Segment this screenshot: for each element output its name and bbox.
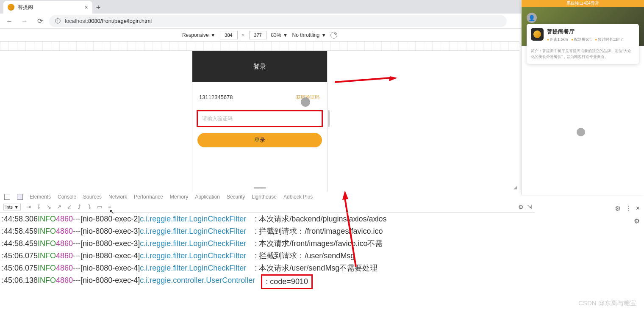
touch-indicator-icon [577, 128, 585, 136]
log-row: :45:06.138 INFO 4860 --- [nio-8080-exec-… [2, 274, 532, 289]
tab-performance[interactable]: Performance [134, 194, 163, 200]
back-button[interactable]: ← [3, 15, 15, 27]
url-path: :8080/front/page/login.html [86, 18, 152, 24]
log-row: :44:58.459 INFO 4860 --- [nio-8080-exec-… [2, 238, 532, 250]
tab-lighthouse[interactable]: Lighthouse [252, 194, 277, 200]
gear-icon[interactable]: ⚙ [518, 204, 524, 210]
tab-application[interactable]: Application [195, 194, 220, 200]
toolbar-icon[interactable]: ⇥ [25, 204, 32, 210]
code-field[interactable] [202, 116, 317, 122]
device-mode-select[interactable]: Responsive▼ [182, 32, 216, 38]
tab-favicon [8, 4, 14, 11]
restaurant-card[interactable]: 菩提阁餐厅 距离1.5km 配送费6元 预计时长12min 简介：菩提阁中餐厅是… [527, 24, 639, 64]
browser-tab[interactable]: 菩提阁 × [3, 1, 92, 14]
reload-button[interactable]: ⟳ [34, 15, 46, 27]
tab-memory[interactable]: Memory [170, 194, 188, 200]
resize-handle-east[interactable] [328, 110, 330, 127]
restaurant-desc: 简介：菩提阁中餐厅是菩提阁点餐的独立的品牌，定位“大众化的美食外送餐饮”，旨为顾… [531, 46, 635, 60]
dock-icon[interactable]: ⇲ [527, 204, 532, 210]
console-output: :44:58.306 INFO 4860 --- [nio-8080-exec-… [0, 213, 534, 289]
forward-button[interactable]: → [19, 15, 31, 27]
tab-adblock[interactable]: Adblock Plus [283, 194, 313, 200]
devtools-tabs: Elements Console Sources Network Perform… [0, 192, 519, 201]
cursor-icon: ↖ [109, 208, 114, 215]
toolbar-icon[interactable]: ↧ [35, 204, 42, 210]
close-icon[interactable]: × [85, 4, 88, 11]
throttling-select[interactable]: No throttling▼ [292, 32, 326, 38]
tab-security[interactable]: Security [227, 194, 245, 200]
console-toolbar-icons: ⇥ ↧ ↘ ↗ ↙ ⤴ ⤵ ▭ ≡ [25, 204, 113, 210]
toolbar-icon[interactable]: ↗ [56, 204, 62, 210]
device-frame: 登录 13112345678 获取验证码 登录 [192, 51, 327, 192]
login-button[interactable]: 登录 [197, 133, 322, 147]
rotate-icon[interactable] [330, 32, 337, 39]
toolbar-icon[interactable]: ▭ [96, 204, 103, 210]
error-banner: 系统接口404异常 [522, 0, 644, 7]
new-tab-button[interactable]: + [92, 2, 104, 14]
tab-sources[interactable]: Sources [83, 194, 102, 200]
address-bar[interactable]: ⓘ localhost:8080/front/page/login.html [49, 15, 507, 27]
drag-handle-icon[interactable]: ═══ [254, 184, 266, 191]
restaurant-title: 菩提阁餐厅 [531, 28, 635, 36]
menu-icon[interactable]: ⋮ [625, 204, 632, 213]
tab-console[interactable]: Console [58, 194, 76, 200]
ruler [0, 41, 519, 51]
resize-handle-se-icon[interactable]: ◢ [514, 185, 517, 190]
device-viewport: 登录 13112345678 获取验证码 登录 ═══ ◢ [0, 51, 519, 192]
gear-icon[interactable]: ⚙ [615, 204, 621, 213]
phone-input-row[interactable]: 13112345678 获取验证码 [197, 86, 323, 108]
restaurant-logo [531, 28, 544, 41]
log-row: :44:58.306 INFO 4860 --- [nio-8080-exec-… [2, 213, 532, 225]
url-host: localhost [65, 18, 86, 24]
log-row: :45:06.075 INFO 4860 --- [nio-8080-exec-… [2, 262, 532, 274]
annotation-arrow-right [335, 76, 398, 85]
verification-code-input[interactable] [197, 110, 323, 127]
inspect-icon[interactable] [4, 194, 10, 200]
phone-value: 13112345678 [199, 94, 233, 100]
toolbar-icon[interactable]: ↘ [45, 204, 52, 210]
device-height-input[interactable] [249, 31, 267, 39]
tab-network[interactable]: Network [108, 194, 127, 200]
tab-elements[interactable]: Elements [30, 194, 51, 200]
avatar-icon[interactable]: 👤 [527, 13, 537, 23]
touch-indicator-icon [301, 97, 310, 107]
watermark: CSDN @东离与糖宝 [578, 299, 636, 307]
gear-icon[interactable]: ⚙ [634, 217, 640, 225]
log-row: :44:58.459 INFO 4860 --- [nio-8080-exec-… [2, 225, 532, 238]
log-row: :45:06.075 INFO 4860 --- [nio-8080-exec-… [2, 250, 532, 262]
login-header: 登录 [192, 51, 327, 82]
svg-marker-1 [389, 76, 397, 81]
tab-title: 菩提阁 [18, 4, 33, 11]
restaurant-meta: 距离1.5km 配送费6元 预计时长12min [547, 37, 635, 42]
toolbar-icon[interactable]: ↙ [66, 204, 72, 210]
svg-line-0 [335, 78, 390, 82]
device-width-input[interactable] [220, 31, 238, 39]
zoom-select[interactable]: 83%▼ [271, 32, 288, 38]
devtools-device-toolbar: Responsive▼ × 83%▼ No throttling▼ [0, 29, 519, 41]
toolbar-icon[interactable]: ⤵ [86, 204, 93, 210]
toolbar-icon[interactable]: ⤴ [76, 204, 83, 210]
close-icon[interactable]: × [636, 204, 640, 212]
device-toggle-icon[interactable] [17, 194, 23, 200]
right-preview-panel: 系统接口404异常 👤 菩提阁餐厅 距离1.5km 配送费6元 预计时长12mi… [521, 0, 644, 195]
console-filter-select[interactable]: ints ▼ [3, 204, 21, 210]
devtools-sub-toolbar: ints ▼ ⇥ ↧ ↘ ↗ ↙ ⤴ ⤵ ▭ ≡ ⚙ ⇲ [0, 201, 535, 213]
dimension-separator: × [242, 32, 245, 38]
